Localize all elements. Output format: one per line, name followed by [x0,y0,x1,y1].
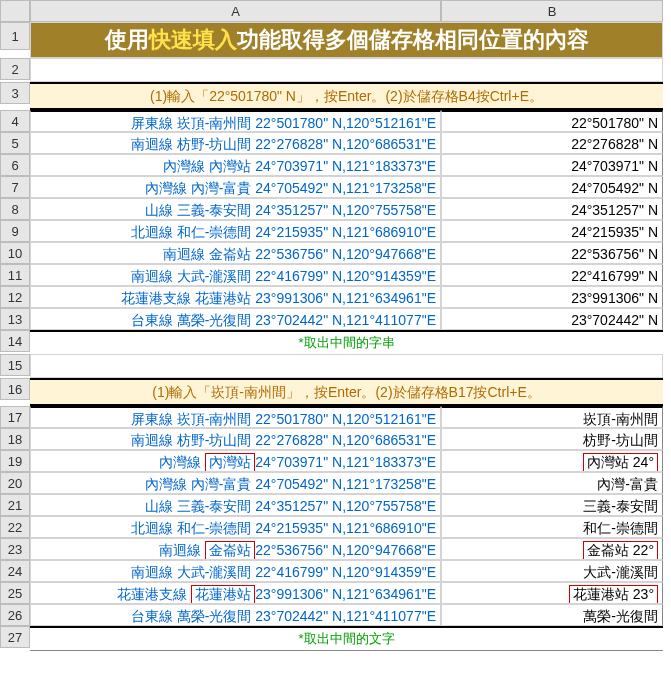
row-header[interactable]: 11 [0,264,30,286]
row-header[interactable]: 4 [0,110,30,132]
col-header[interactable]: B [441,0,663,22]
row-header[interactable]: 1 [0,22,30,50]
cell-b[interactable]: 大武-瀧溪間 [441,560,663,582]
row-header[interactable]: 23 [0,538,30,560]
highlight-box: 金崙站 22° [583,541,658,560]
row-header[interactable]: 10 [0,242,30,264]
cell-b[interactable]: 23°702442" N [441,308,663,330]
highlight-box: 花蓮港站 [191,585,255,604]
highlight-box: 內灣站 [205,453,255,472]
cell-b[interactable]: 22°501780" N [441,110,663,132]
cell-b[interactable]: 23°991306" N [441,286,663,308]
highlight-box: 花蓮港站 23° [569,585,658,604]
cell-b[interactable]: 和仁-崇德間 [441,516,663,538]
cell-b[interactable]: 24°351257" N [441,198,663,220]
row-header[interactable]: 17 [0,406,30,428]
page-title: 使用快速填入功能取得多個儲存格相同位置的內容 [30,22,663,58]
row-header[interactable]: 8 [0,198,30,220]
cell-a[interactable]: 花蓮港支線 花蓮港站 23°991306" N,121°634961"E [30,582,441,604]
row-header[interactable]: 22 [0,516,30,538]
cell-b[interactable]: 22°416799" N [441,264,663,286]
row-header[interactable]: 25 [0,582,30,604]
cell-b[interactable]: 22°536756" N [441,242,663,264]
cell-a[interactable]: 內灣線 內灣站 24°703971" N,121°183373"E [30,154,441,176]
row-header[interactable]: 15 [0,354,30,376]
note-2: *取出中間的文字 [30,626,663,651]
cell-a[interactable]: 內灣線 內灣站 24°703971" N,121°183373"E [30,450,441,472]
row-header[interactable]: 24 [0,560,30,582]
cell-b[interactable]: 枋野-坊山間 [441,428,663,450]
row-header[interactable]: 5 [0,132,30,154]
cell-b[interactable]: 24°703971" N [441,154,663,176]
cell-b[interactable]: 內灣站 24° [441,450,663,472]
cell-a[interactable]: 台東線 萬榮-光復間 23°702442" N,121°411077"E [30,308,441,330]
cell-a[interactable]: 南迴線 金崙站 22°536756" N,120°947668"E [30,538,441,560]
cell-b[interactable]: 22°276828" N [441,132,663,154]
cell-a[interactable]: 屏東線 崁頂-南州間 22°501780" N,120°512161"E [30,406,441,428]
row-header[interactable]: 6 [0,154,30,176]
row-header[interactable]: 12 [0,286,30,308]
cell-a[interactable]: 內灣線 內灣-富貴 24°705492" N,121°173258"E [30,176,441,198]
cell-b[interactable]: 三義-泰安間 [441,494,663,516]
cell-a[interactable]: 台東線 萬榮-光復間 23°702442" N,121°411077"E [30,604,441,626]
cell-a[interactable]: 花蓮港支線 花蓮港站 23°991306" N,121°634961"E [30,286,441,308]
cell-a[interactable]: 南迴線 大武-瀧溪間 22°416799" N,120°914359"E [30,560,441,582]
cell-b[interactable]: 花蓮港站 23° [441,582,663,604]
cell-a[interactable]: 北迴線 和仁-崇德間 24°215935" N,121°686910"E [30,516,441,538]
row-header[interactable]: 21 [0,494,30,516]
cell-a[interactable]: 南迴線 大武-瀧溪間 22°416799" N,120°914359"E [30,264,441,286]
highlight-box: 內灣站 24° [583,453,658,472]
row-header[interactable]: 3 [0,82,30,104]
row-header[interactable]: 13 [0,308,30,330]
row-header[interactable]: 16 [0,378,30,400]
cell-a[interactable]: 內灣線 內灣-富貴 24°705492" N,121°173258"E [30,472,441,494]
cell-b[interactable]: 內灣-富貴 [441,472,663,494]
cell-b[interactable]: 24°705492" N [441,176,663,198]
row-header[interactable]: 20 [0,472,30,494]
col-header[interactable]: A [30,0,441,22]
instruction-2: (1)輸入「崁頂-南州間」，按Enter。(2)於儲存格B17按Ctrl+E。 [30,378,663,406]
cell-a[interactable]: 屏東線 崁頂-南州間 22°501780" N,120°512161"E [30,110,441,132]
highlight-box: 金崙站 [205,541,255,560]
instruction-1: (1)輸入「22°501780" N」，按Enter。(2)於儲存格B4按Ctr… [30,82,663,110]
cell-b[interactable]: 崁頂-南州間 [441,406,663,428]
cell-b[interactable]: 金崙站 22° [441,538,663,560]
row-header[interactable]: 7 [0,176,30,198]
cell-a[interactable]: 山線 三義-泰安間 24°351257" N,120°755758"E [30,494,441,516]
row-header[interactable]: 9 [0,220,30,242]
row-header[interactable]: 26 [0,604,30,626]
row-header[interactable]: 2 [0,58,30,80]
cell-a[interactable]: 北迴線 和仁-崇德間 24°215935" N,121°686910"E [30,220,441,242]
note-1: *取出中間的字串 [30,330,663,354]
cell-a[interactable]: 南迴線 枋野-坊山間 22°276828" N,120°686531"E [30,132,441,154]
cell-a[interactable]: 南迴線 枋野-坊山間 22°276828" N,120°686531"E [30,428,441,450]
cell-b[interactable]: 24°215935" N [441,220,663,242]
row-header[interactable]: 18 [0,428,30,450]
row-header[interactable]: 27 [0,626,30,648]
row-header[interactable]: 19 [0,450,30,472]
row-header[interactable]: 14 [0,330,30,352]
cell-b[interactable]: 萬榮-光復間 [441,604,663,626]
cell-a[interactable]: 山線 三義-泰安間 24°351257" N,120°755758"E [30,198,441,220]
cell-a[interactable]: 南迴線 金崙站 22°536756" N,120°947668"E [30,242,441,264]
